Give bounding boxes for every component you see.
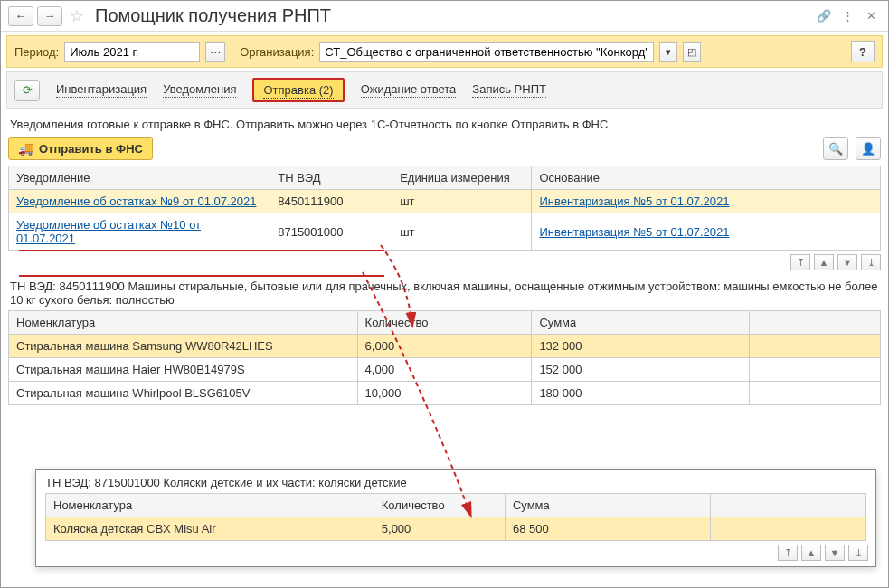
tab-notifications[interactable]: Уведомления (163, 82, 236, 98)
basis-link[interactable]: Инвентаризация №5 от 01.07.2021 (539, 194, 729, 208)
app-window: ← → ☆ Помощник получения РНПТ 🔗 ⋮ ✕ Пери… (0, 0, 889, 588)
notification-link[interactable]: Уведомление об остатках №10 от 01.07.202… (16, 218, 201, 245)
org-input[interactable] (319, 42, 654, 62)
next-row-button[interactable]: ▼ (825, 545, 845, 561)
link-icon[interactable]: 🔗 (814, 6, 834, 26)
detail1-table: Номенклатура Количество Сумма Стиральная… (8, 310, 881, 405)
first-row-button[interactable]: ⤒ (790, 254, 810, 270)
col-quantity: Количество (357, 311, 532, 335)
qty-cell: 6,000 (357, 335, 532, 358)
notifications-table: Уведомление ТН ВЭД Единица измерения Осн… (8, 166, 881, 251)
prev-row-button[interactable]: ▲ (814, 254, 834, 270)
send-toolbar: 🚚 Отправить в ФНС 🔍 👤 (8, 137, 881, 160)
sum-cell: 132 000 (532, 335, 750, 358)
org-label: Организация: (240, 45, 314, 59)
refresh-button[interactable]: ⟳ (14, 80, 40, 101)
col-sum: Сумма (505, 494, 710, 517)
filter-bar: Период: … Организация: ▾ ◰ ? (6, 35, 883, 68)
org-dropdown-button[interactable]: ▾ (659, 42, 677, 62)
unit-cell: шт (392, 213, 532, 251)
hint-text: Уведомления готовые к отправке в ФНС. От… (10, 118, 879, 131)
row-controls-overlay: ⤒ ▲ ▼ ⤓ (36, 545, 868, 561)
nom-cell: Стиральная машина Haier HW80B14979S (9, 358, 358, 382)
last-row-button[interactable]: ⤓ (848, 545, 868, 561)
detail2-label: ТН ВЭД: 8715001000 Коляски детские и их … (45, 476, 866, 489)
tab-bar: ⟳ Инвентаризация Уведомления Отправка (2… (6, 71, 883, 109)
sum-cell: 152 000 (532, 358, 750, 382)
nom-cell: Стиральная машина Samsung WW80R42LHES (9, 335, 358, 358)
help-button[interactable]: ? (851, 41, 875, 62)
nav-back-button[interactable]: ← (8, 6, 33, 26)
col-basis: Основание (532, 166, 881, 190)
nav-forward-button[interactable]: → (37, 6, 62, 26)
send-button-label: Отправить в ФНС (39, 142, 143, 156)
basis-link[interactable]: Инвентаризация №5 от 01.07.2021 (539, 225, 729, 239)
users-button[interactable]: 👤 (856, 137, 881, 160)
col-tnved: ТН ВЭД (270, 166, 392, 190)
detail1-label: ТН ВЭД: 8450111900 Машины стиральные, бы… (10, 280, 879, 307)
sum-cell: 180 000 (532, 382, 750, 405)
period-picker-button[interactable]: … (205, 42, 225, 62)
prev-row-button[interactable]: ▲ (801, 545, 821, 561)
col-unit: Единица измерения (392, 166, 532, 190)
nom-cell: Стиральная машина Whirlpool BLSG6105V (9, 382, 358, 405)
table-row[interactable]: Уведомление об остатках №10 от 01.07.202… (9, 213, 881, 251)
truck-icon: 🚚 (18, 141, 33, 156)
send-to-fns-button[interactable]: 🚚 Отправить в ФНС (8, 137, 153, 160)
col-sum: Сумма (532, 311, 750, 335)
last-row-button[interactable]: ⤓ (861, 254, 881, 270)
col-nomenclature: Номенклатура (9, 311, 358, 335)
period-label: Период: (14, 45, 59, 59)
qty-cell: 5,000 (374, 517, 505, 541)
tab-inventory[interactable]: Инвентаризация (56, 82, 147, 98)
table-row[interactable]: Стиральная машина Haier HW80B14979S 4,00… (9, 358, 881, 382)
next-row-button[interactable]: ▼ (837, 254, 857, 270)
detail2-panel: ТН ВЭД: 8715001000 Коляски детские и их … (35, 469, 876, 567)
sum-cell: 68 500 (505, 517, 710, 541)
col-quantity: Количество (374, 494, 505, 517)
qty-cell: 4,000 (357, 358, 532, 382)
titlebar: ← → ☆ Помощник получения РНПТ 🔗 ⋮ ✕ (1, 1, 888, 32)
qty-cell: 10,000 (357, 382, 532, 405)
more-icon[interactable]: ⋮ (837, 6, 857, 26)
tnved-cell: 8450111900 (270, 190, 392, 213)
table-row[interactable]: Уведомление об остатках №9 от 01.07.2021… (9, 190, 881, 213)
col-nomenclature: Номенклатура (46, 494, 374, 517)
search-button[interactable]: 🔍 (823, 137, 848, 160)
org-open-button[interactable]: ◰ (683, 42, 701, 62)
tab-record[interactable]: Запись РНПТ (472, 82, 546, 98)
detail2-table: Номенклатура Количество Сумма Коляска де… (45, 493, 866, 541)
table-row[interactable]: Стиральная машина Samsung WW80R42LHES 6,… (9, 335, 881, 358)
table-row[interactable]: Коляска детская CBX Misu Air 5,000 68 50… (46, 517, 866, 541)
tab-send-active[interactable]: Отправка (2) (252, 78, 344, 102)
favorite-icon[interactable]: ☆ (70, 6, 84, 26)
table-row[interactable]: Стиральная машина Whirlpool BLSG6105V 10… (9, 382, 881, 405)
period-input[interactable] (64, 42, 200, 62)
tnved-cell: 8715001000 (270, 213, 392, 251)
first-row-button[interactable]: ⤒ (778, 545, 798, 561)
col-notification: Уведомление (9, 166, 270, 190)
close-icon[interactable]: ✕ (861, 6, 881, 26)
page-title: Помощник получения РНПТ (95, 5, 810, 26)
nom-cell: Коляска детская CBX Misu Air (46, 517, 374, 541)
row-controls-upper: ⤒ ▲ ▼ ⤓ (1, 254, 881, 270)
tab-waiting[interactable]: Ожидание ответа (361, 82, 457, 98)
unit-cell: шт (392, 190, 532, 213)
notification-link[interactable]: Уведомление об остатках №9 от 01.07.2021 (16, 194, 256, 208)
